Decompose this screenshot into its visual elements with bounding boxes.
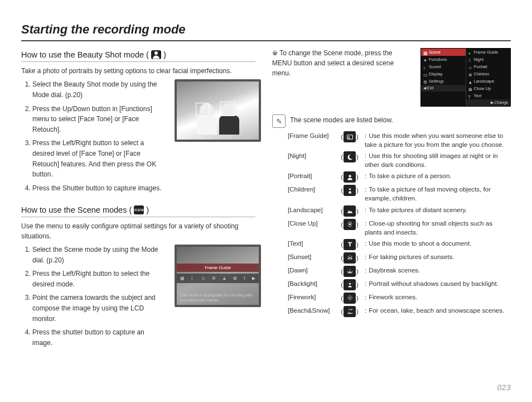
scene-mode-row: [Landscape] () :To take pictures of dist…: [288, 205, 511, 217]
scene-step: Point the camera towards the subject and…: [32, 293, 166, 324]
portrait-icon: [344, 171, 356, 183]
scene-modes-listed-intro: The scene modes are listed below.: [290, 116, 393, 125]
scene-mode-row: [Text] () :Use this mode to shoot a docu…: [288, 239, 511, 250]
scene-step: Press the shutter button to capture an i…: [32, 327, 166, 348]
scene-step: Select the Scene mode by using the Mode …: [32, 245, 166, 265]
svg-point-7: [349, 298, 350, 299]
scene-mode-preview-image: Frame Guide ▦☾☺✲▲✿T▶ This mode is approp…: [175, 245, 261, 307]
children-icon: [344, 185, 356, 196]
scene-intro: Use the menu to easily configure optimal…: [21, 222, 255, 241]
scene-mode-row: [Beach&Snow] () :For ocean, lake, beach …: [288, 306, 511, 317]
firework-icon: [344, 293, 356, 304]
scene-heading-post: ): [146, 205, 149, 214]
beauty-step: Press the Left/Right button to select a …: [32, 138, 166, 179]
beauty-step: Select the Beauty Shot mode by using the…: [32, 79, 166, 100]
scene-mode-row: [Children] () :To take a picture of fast…: [288, 185, 511, 203]
scene-mode-row: [Night] () :Use this for shooting still …: [288, 151, 511, 169]
scene-mode-row: [Portrait] () :To take a picture of a pe…: [288, 171, 511, 183]
page-number: 023: [497, 382, 511, 392]
dawn-icon: [344, 266, 356, 277]
scene-thumb-banner: Frame Guide: [177, 264, 259, 272]
scene-modes-table: [Frame Guide] () :Use this mode when you…: [272, 131, 511, 317]
beauty-shot-icon: [151, 50, 161, 59]
beauty-shot-heading: How to use the Beauty Shot mode ( ): [21, 48, 255, 62]
scene-mode-row: [Frame Guide] () :Use this mode when you…: [288, 131, 511, 149]
beach-snow-icon: [344, 306, 356, 317]
svg-point-8: [351, 309, 352, 310]
scene-thumb-caption: This mode is appropriate for shooting wi…: [180, 293, 255, 303]
beauty-intro: Take a photo of portraits by setting opt…: [21, 66, 255, 76]
scene-modes-heading: How to use the Scene modes ( SCENE ): [21, 203, 255, 217]
scene-heading-pre: How to use the Scene modes (: [21, 205, 132, 214]
backlight-icon: [344, 279, 356, 290]
scene-menu-screenshot: ▦Scene ✦Functions ♪Sound ▭Display ⚙Setti…: [420, 48, 511, 107]
scene-mode-row: [Firework] () :Firework scenes.: [288, 293, 511, 304]
landscape-icon: [344, 205, 356, 217]
scene-mode-row: [Backlight] () :Portrait without shadows…: [288, 279, 511, 290]
scene-mode-row: [Dawn] () :Daybreak scenes.: [288, 266, 511, 277]
scene-step: Press the Left/Right button to select th…: [32, 269, 166, 289]
scene-mode-icon: SCENE: [134, 205, 144, 214]
frame-guide-icon: [344, 131, 356, 142]
scene-mode-row: [Sunset] () :For taking pictures of suns…: [288, 252, 511, 264]
beauty-step: Press the Shutter button to capture imag…: [32, 183, 166, 194]
text-icon: [344, 239, 356, 250]
sunset-icon: [344, 252, 356, 264]
night-icon: [344, 151, 356, 162]
svg-point-0: [154, 51, 158, 55]
reference-mark-icon: ※: [272, 49, 279, 57]
svg-point-5: [349, 223, 350, 225]
page-title: Starting the recording mode: [21, 22, 511, 37]
title-divider: [21, 40, 511, 41]
svg-point-3: [349, 175, 351, 177]
svg-point-4: [349, 188, 350, 190]
beauty-heading-pre: How to use the Beauty Shot mode (: [21, 50, 149, 59]
change-scene-note: ※ To change the Scene mode, press the ME…: [272, 48, 412, 78]
note-pencil-icon: ✎: [272, 114, 286, 128]
beauty-shot-preview-image: [175, 79, 261, 142]
beauty-heading-post: ): [163, 50, 166, 59]
beauty-step: Press the Up/Down button in [Functions] …: [32, 104, 166, 135]
svg-point-6: [349, 283, 350, 285]
svg-point-2: [348, 136, 349, 137]
close-up-icon: [344, 219, 356, 230]
scene-mode-row: [Close Up] () :Close-up shooting for sma…: [288, 219, 511, 237]
